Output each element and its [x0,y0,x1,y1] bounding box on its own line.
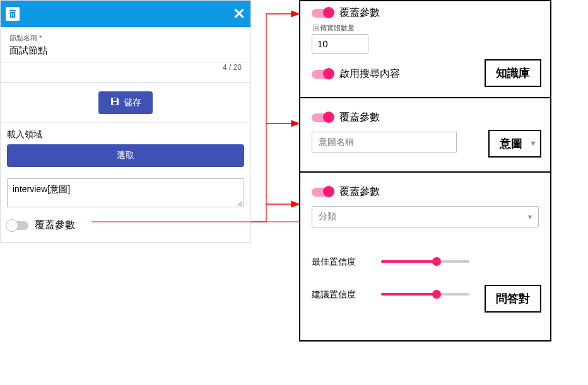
qa-override-toggle[interactable] [312,188,333,197]
intent-override-toggle[interactable] [312,113,333,122]
dialog-icon [6,7,20,21]
intent-box: 覆蓋參數 意圖名稱 意圖 ▾ [300,98,550,173]
kb-override-label: 覆蓋參數 [339,6,380,20]
svg-rect-1 [10,12,15,18]
svg-rect-2 [11,13,12,16]
node-name-field: 節點名稱 * [1,27,250,63]
save-icon [110,96,120,109]
load-domain-label: 載入領域 [1,123,250,144]
kb-entity-count-label: 回傳實體數量 [313,23,539,33]
domain-text: interview[意圖] [13,184,70,194]
node-name-label: 節點名稱 * [9,33,242,43]
kb-search-toggle[interactable] [312,70,333,79]
intent-select-placeholder: 意圖名稱 [319,137,354,148]
save-row: 儲存 [1,83,250,123]
best-conf-row: 最佳置信度 [312,256,539,263]
svg-rect-0 [9,10,16,11]
config-dialog: ✕ 節點名稱 * 4 / 20 儲存 載入領域 選取 interview[意圖]… [0,0,251,243]
chevron-down-icon: ▾ [528,212,532,221]
arrow-branches [251,0,302,227]
kb-box: 覆蓋參數 回傳實體數量 啟用搜尋內容 知識庫 [300,1,550,98]
override-toggle-row: 覆蓋參數 [1,207,250,242]
override-toggle[interactable] [7,221,28,230]
save-button[interactable]: 儲存 [98,91,153,114]
select-button[interactable]: 選取 [7,144,244,167]
char-counter: 4 / 20 [1,63,250,77]
suggest-conf-slider[interactable] [381,293,469,296]
kb-entity-count-input[interactable] [312,34,368,54]
select-button-label: 選取 [117,150,134,160]
node-name-input[interactable] [9,43,242,59]
select-block: 選取 [1,144,250,173]
save-button-label: 儲存 [124,97,141,108]
close-icon[interactable]: ✕ [233,6,245,21]
kb-badge: 知識庫 [485,59,541,87]
kb-override-toggle[interactable] [312,9,333,18]
domain-textarea[interactable]: interview[意圖] [7,178,244,207]
qa-category-select[interactable]: 分類 ▾ [312,206,539,227]
qa-box: 覆蓋參數 分類 ▾ 最佳置信度 建議置信度 問答對 [300,173,550,340]
best-conf-slider[interactable] [381,260,469,263]
qa-override-label: 覆蓋參數 [339,185,380,198]
qa-badge: 問答對 [485,285,541,313]
svg-rect-3 [13,13,14,16]
options-column: 覆蓋參數 回傳實體數量 啟用搜尋內容 知識庫 覆蓋參數 意圖名稱 意圖 ▾ 覆蓋… [299,0,551,342]
override-toggle-label: 覆蓋參數 [35,219,75,232]
intent-select[interactable]: 意圖名稱 [312,132,457,153]
resize-handle-icon[interactable] [236,199,242,205]
intent-badge: 意圖 ▾ [488,130,541,158]
qa-category-placeholder: 分類 [319,211,336,222]
chevron-down-icon: ▾ [531,139,535,147]
kb-search-label: 啟用搜尋內容 [339,67,400,81]
intent-override-label: 覆蓋參數 [339,111,380,124]
dialog-header: ✕ [1,1,250,27]
